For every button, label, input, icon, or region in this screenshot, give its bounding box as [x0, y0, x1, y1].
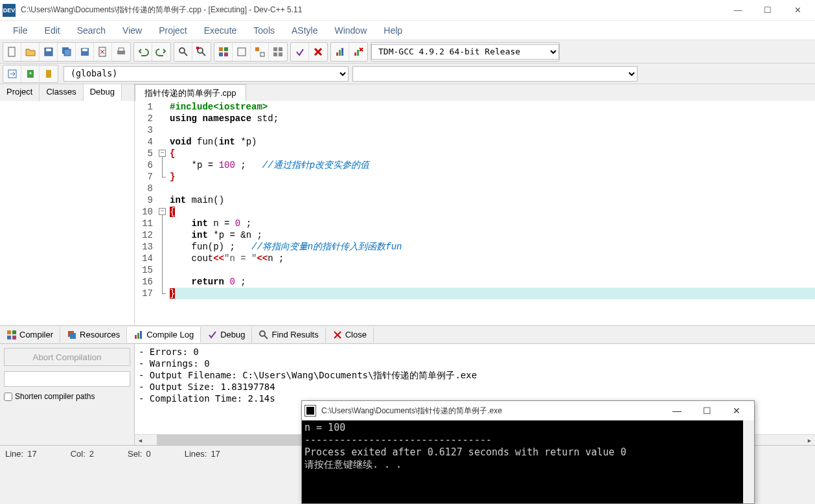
- code-line[interactable]: int main(): [170, 194, 815, 206]
- titlebar: DEV C:\Users\Wang\Documents\指针传递的简单例子.cp…: [0, 0, 815, 21]
- console-output[interactable]: n = 100--------------------------------P…: [302, 420, 743, 503]
- code-line[interactable]: int n = 0 ;: [170, 218, 815, 229]
- scroll-left-icon[interactable]: ◀: [135, 435, 146, 445]
- code-line[interactable]: }: [170, 288, 815, 299]
- symbols-dropdown[interactable]: [352, 66, 637, 82]
- code-line[interactable]: [170, 183, 815, 194]
- new-file-button[interactable]: [3, 43, 21, 61]
- save-button[interactable]: [40, 43, 58, 61]
- left-tab-classes[interactable]: Classes: [40, 84, 83, 101]
- left-tab-project[interactable]: Project: [0, 84, 40, 101]
- status-lines: 17: [211, 449, 220, 459]
- svg-rect-12: [196, 47, 199, 49]
- svg-rect-16: [224, 52, 228, 56]
- menu-astyle[interactable]: AStyle: [284, 23, 325, 38]
- maximize-button[interactable]: ☐: [753, 1, 783, 20]
- code-line[interactable]: [170, 264, 815, 276]
- delete-profile-button[interactable]: [349, 43, 367, 61]
- redo-button[interactable]: [152, 43, 170, 61]
- left-panel-body: [0, 101, 134, 325]
- console-maximize-button[interactable]: ☐: [692, 401, 722, 420]
- log-line: - Output Size: 1.83197784: [139, 382, 811, 393]
- editor-area: 指针传递的简单例子.cpp 1234567891011121314151617 …: [135, 84, 815, 325]
- fold-column[interactable]: −−: [158, 101, 170, 325]
- close-file-button[interactable]: [94, 43, 112, 61]
- compile-filter-input[interactable]: [4, 371, 130, 387]
- globals-dropdown[interactable]: (globals): [63, 66, 349, 82]
- code-line[interactable]: return 0 ;: [170, 276, 815, 288]
- menu-file[interactable]: File: [5, 23, 36, 38]
- bottom-tab-close[interactable]: Close: [326, 327, 374, 343]
- fold-toggle-icon[interactable]: −: [159, 208, 166, 215]
- code-line[interactable]: #include<iostream>: [170, 101, 815, 113]
- left-tab-debug[interactable]: Debug: [84, 84, 122, 101]
- bottom-tab-find-results[interactable]: Find Results: [252, 327, 325, 343]
- code-editor[interactable]: 1234567891011121314151617 −− #include<io…: [135, 101, 815, 325]
- code-line[interactable]: {: [170, 206, 815, 218]
- menu-view[interactable]: View: [115, 23, 150, 38]
- save-all-button[interactable]: [58, 43, 76, 61]
- abort-compilation-button[interactable]: Abort Compilation: [4, 348, 130, 366]
- code-line[interactable]: {: [170, 148, 815, 159]
- minimize-button[interactable]: —: [723, 1, 753, 20]
- code-line[interactable]: fun(p) ; //将指向变量n的指针传入到函数fun: [170, 241, 815, 253]
- stop-debug-button[interactable]: [309, 43, 327, 61]
- profile-button[interactable]: [331, 43, 349, 61]
- find-button[interactable]: [174, 43, 192, 61]
- code-line[interactable]: }: [170, 171, 815, 183]
- menu-search[interactable]: Search: [69, 23, 113, 38]
- code-line[interactable]: cout<<"n = "<<n ;: [170, 253, 815, 264]
- menu-help[interactable]: Help: [376, 23, 410, 38]
- svg-rect-34: [7, 336, 11, 339]
- open-file-button[interactable]: [21, 43, 40, 61]
- svg-rect-13: [219, 47, 223, 51]
- print-button[interactable]: [112, 43, 130, 61]
- save-as-button[interactable]: [76, 43, 94, 61]
- rebuild-button[interactable]: [269, 43, 287, 61]
- compile-run-button[interactable]: [251, 43, 269, 61]
- menu-window[interactable]: Window: [327, 23, 374, 38]
- svg-rect-24: [336, 52, 338, 56]
- compile-button[interactable]: [214, 43, 233, 61]
- menu-tools[interactable]: Tools: [246, 23, 282, 38]
- close-button[interactable]: ✕: [783, 1, 812, 20]
- log-line: - Warnings: 0: [139, 358, 811, 370]
- console-line: --------------------------------: [304, 434, 740, 446]
- menu-edit[interactable]: Edit: [37, 23, 68, 38]
- code-line[interactable]: int *p = &n ;: [170, 229, 815, 241]
- window-title: C:\Users\Wang\Documents\指针传递的简单例子.cpp - …: [21, 5, 723, 16]
- code-line[interactable]: void fun(int *p): [170, 136, 815, 148]
- svg-rect-33: [12, 330, 16, 334]
- bookmark-add-button[interactable]: [21, 65, 40, 82]
- bookmark-toggle-button[interactable]: [40, 65, 58, 82]
- svg-rect-20: [273, 47, 277, 51]
- bottom-tab-resources[interactable]: Resources: [60, 327, 127, 343]
- bottom-tab-debug[interactable]: Debug: [201, 327, 252, 343]
- menu-project[interactable]: Project: [151, 23, 195, 38]
- code-line[interactable]: [170, 124, 815, 136]
- svg-rect-19: [260, 52, 264, 56]
- code-line[interactable]: *p = 100 ; //通过指针p改变实参的值: [170, 159, 815, 171]
- undo-button[interactable]: [134, 43, 152, 61]
- grid-icon: [6, 330, 17, 340]
- fold-toggle-icon[interactable]: −: [159, 150, 166, 157]
- bottom-tab-compile-log[interactable]: Compile Log: [127, 327, 201, 343]
- console-close-button[interactable]: ✕: [722, 401, 752, 420]
- replace-button[interactable]: [192, 43, 211, 61]
- console-scrollbar[interactable]: [743, 420, 754, 503]
- svg-rect-35: [12, 336, 16, 339]
- compiler-select[interactable]: TDM-GCC 4.9.2 64-bit Release: [371, 44, 559, 60]
- debug-button[interactable]: [291, 43, 309, 61]
- console-titlebar[interactable]: C:\Users\Wang\Documents\指针传递的简单例子.exe — …: [302, 401, 754, 420]
- run-button[interactable]: [233, 43, 251, 61]
- bottom-tab-compiler[interactable]: Compiler: [0, 327, 60, 343]
- shorten-paths-checkbox[interactable]: Shorten compiler paths: [4, 392, 130, 401]
- scroll-right-icon[interactable]: ▶: [804, 435, 815, 445]
- svg-rect-22: [273, 52, 277, 56]
- code-line[interactable]: using namespace std;: [170, 113, 815, 124]
- console-minimize-button[interactable]: —: [662, 401, 692, 420]
- svg-rect-26: [341, 48, 343, 56]
- editor-tab[interactable]: 指针传递的简单例子.cpp: [135, 84, 246, 101]
- menu-execute[interactable]: Execute: [196, 23, 245, 38]
- goto-button[interactable]: [3, 65, 21, 82]
